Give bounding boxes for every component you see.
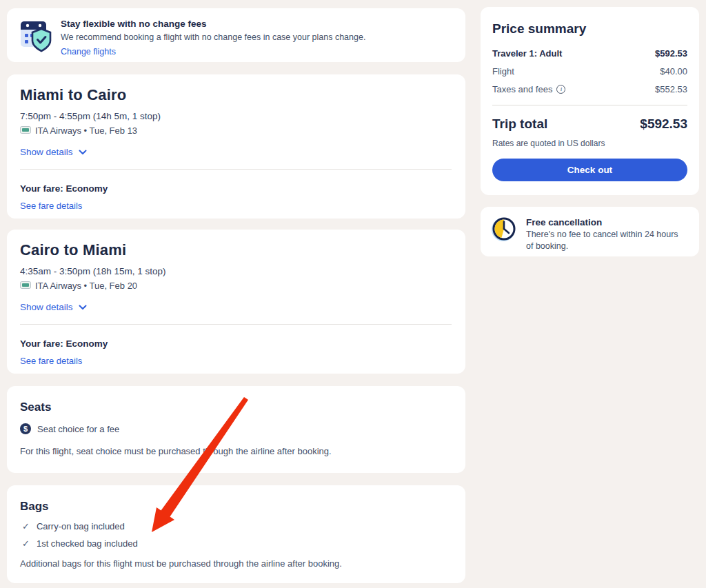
trip-total-label: Trip total (492, 116, 547, 132)
bags-note: Additional bags for this flight must be … (20, 558, 452, 570)
carrier-line: ITA Airways • Tue, Feb 20 (35, 280, 137, 292)
price-row-flight: Flight $40.00 (492, 62, 687, 80)
check-icon: ✓ (22, 521, 30, 531)
fare-label: Your fare: Economy (20, 338, 452, 349)
seats-title: Seats (20, 400, 452, 415)
seats-note: For this flight, seat choice must be pur… (20, 445, 452, 458)
flight-title: Cairo to Miami (20, 241, 452, 260)
flight-title: Miami to Cairo (20, 85, 452, 105)
trip-total-value: $592.53 (640, 116, 687, 132)
chevron-down-icon (79, 302, 87, 312)
free-cancellation-card: Free cancellation There's no fee to canc… (481, 207, 699, 256)
bags-card: Bags ✓ Carry-on bag included ✓ 1st check… (7, 485, 465, 583)
flight-card-return: Cairo to Miami 4:35am - 3:50pm (18h 15m,… (7, 230, 465, 374)
info-icon[interactable]: i (556, 85, 565, 94)
show-details-link[interactable]: Show details (20, 302, 87, 312)
divider (492, 105, 687, 105)
price-row-taxes: Taxes and fees i $552.53 (492, 80, 687, 98)
price-value: $592.53 (655, 48, 687, 59)
free-cancellation-title: Free cancellation (526, 216, 685, 229)
flight-times: 4:35am - 3:50pm (18h 15m, 1 stop) (20, 265, 452, 278)
bag-item-checked: ✓ 1st checked bag included (20, 538, 452, 549)
rates-note: Rates are quoted in US dollars (492, 139, 687, 148)
banner-title: Stay flexible with no change fees (61, 18, 365, 30)
divider (20, 324, 452, 325)
price-value: $40.00 (660, 66, 687, 77)
airline-logo-icon (20, 125, 31, 137)
main-column: Stay flexible with no change fees We rec… (7, 8, 465, 583)
flight-card-outbound: Miami to Cairo 7:50pm - 4:55pm (14h 5m, … (7, 74, 465, 219)
free-cancellation-body: There's no fee to cancel within 24 hours… (526, 229, 685, 252)
banner-body: We recommend booking a flight with no ch… (61, 32, 365, 43)
flexibility-banner: Stay flexible with no change fees We rec… (7, 8, 465, 62)
checkout-page: Stay flexible with no change fees We rec… (0, 0, 706, 588)
airline-logo-icon (20, 280, 31, 292)
calendar-shield-icon (19, 18, 52, 62)
see-fare-details-link[interactable]: See fare details (20, 201, 82, 211)
change-flights-link[interactable]: Change flights (61, 47, 116, 57)
check-out-button[interactable]: Check out (492, 159, 687, 181)
carrier-line: ITA Airways • Tue, Feb 13 (35, 125, 137, 137)
fare-label: Your fare: Economy (20, 183, 452, 194)
price-summary-card: Price summary Traveler 1: Adult $592.53 … (481, 7, 699, 195)
price-value: $552.53 (655, 84, 687, 94)
price-summary-title: Price summary (492, 21, 687, 37)
bags-title: Bags (20, 499, 452, 514)
flight-times: 7:50pm - 4:55pm (14h 5m, 1 stop) (20, 110, 452, 123)
seat-fee-label: Seat choice for a fee (37, 424, 119, 434)
fee-dollar-icon: $ (20, 423, 31, 434)
price-row-traveler: Traveler 1: Adult $592.53 (492, 44, 687, 62)
sidebar-column: Price summary Traveler 1: Adult $592.53 … (481, 7, 699, 256)
show-details-link[interactable]: Show details (20, 147, 87, 157)
check-icon: ✓ (22, 538, 30, 549)
see-fare-details-link[interactable]: See fare details (20, 356, 82, 366)
seats-card: Seats $ Seat choice for a fee For this f… (7, 386, 465, 473)
bag-item-carry-on: ✓ Carry-on bag included (20, 521, 452, 531)
divider (20, 169, 452, 170)
chevron-down-icon (79, 147, 87, 157)
trip-total-row: Trip total $592.53 (492, 116, 687, 132)
clock-icon (490, 215, 518, 245)
